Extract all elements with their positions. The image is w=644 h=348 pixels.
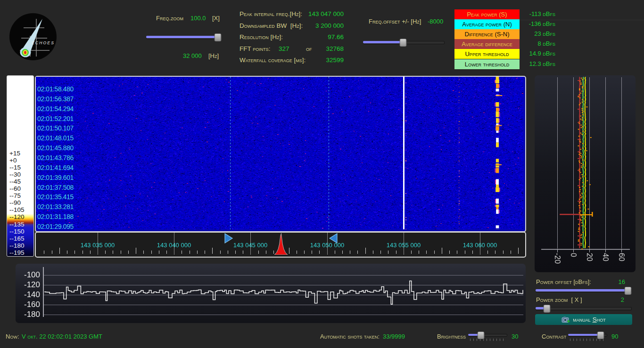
colorbar-label: --135	[9, 221, 25, 228]
legend-item[interactable]: Average difference	[454, 39, 520, 49]
pan-right-button[interactable]	[224, 233, 233, 243]
spectrum-y-label: -100	[19, 270, 40, 280]
stats-value: 327	[279, 45, 289, 52]
stats-row: FFT points:327of32768	[239, 45, 344, 55]
freq-offset-label: Freq.offset +/- [Hz]	[369, 18, 421, 25]
freq-offset-slider-handle[interactable]	[399, 39, 406, 47]
legend-item[interactable]: Upper threshold	[454, 49, 520, 59]
waterfall-timestamp: 02:01:29.095	[37, 223, 74, 229]
ruler-frequency-label: 143 060 000	[463, 242, 497, 249]
waterfall-timestamp: 02:01:48.015	[37, 134, 74, 142]
power-zoom-slider-handle[interactable]	[544, 305, 551, 313]
contrast-slider-fill	[568, 334, 601, 336]
waterfall-timestamps: 02:01:58.48002:01:56.38702:01:54.29402:0…	[36, 77, 140, 229]
power-offset-slider-fill	[536, 289, 628, 291]
manual-shot-button[interactable]: manual Shot	[535, 314, 632, 325]
stats-row: Downsampled BW [Hz]:3 200 000	[239, 22, 344, 32]
freq-zoom-slider-handle[interactable]	[214, 33, 221, 41]
spectrum-y-label: -120	[19, 280, 40, 290]
waterfall-timestamp: 02:01:37.508	[37, 184, 74, 191]
colorbar-label: +15	[9, 150, 20, 157]
contrast-slider-ticks	[570, 339, 605, 341]
brightness-value: 30	[512, 333, 518, 340]
colorbar-label: --90	[9, 199, 21, 206]
stats-label: Resolution [Hz]:	[239, 33, 283, 40]
peak-frequency-marker[interactable]	[275, 233, 288, 255]
colorbar-label: --15	[9, 164, 21, 171]
logo-text: ECHOES	[32, 40, 55, 45]
freq-zoom-slider[interactable]	[146, 33, 221, 40]
spectrum-plot	[16, 264, 526, 323]
side-x-label: 40	[601, 253, 610, 261]
colorbar-label: +0	[9, 157, 17, 164]
side-x-label: -20	[553, 253, 561, 264]
power-offset-value: 16	[613, 278, 625, 285]
ruler-frequency-label: 143 035 000	[81, 242, 115, 249]
freq-offset-slider-fill	[363, 41, 403, 43]
legend-value: -136 dBfs	[518, 20, 555, 27]
waterfall-timestamp: 02:01:43.786	[37, 154, 74, 162]
power-offset-slider[interactable]	[536, 286, 632, 294]
waterfall-timestamp: 02:01:54.294	[37, 105, 74, 113]
ruler-frequency-label: 143 050 000	[310, 242, 344, 249]
waterfall-timestamp: 02:01:35.415	[37, 193, 74, 201]
side-axis-labels: -200204060	[535, 75, 636, 272]
spectrum-y-label: -180	[19, 310, 40, 319]
power-offset-slider-handle[interactable]	[624, 287, 631, 295]
stats-value: 97.66	[328, 33, 344, 40]
power-zoom-slider[interactable]	[536, 304, 632, 312]
side-x-label: 60	[617, 253, 626, 261]
contrast-slider[interactable]	[568, 332, 607, 338]
waterfall-timestamp: 02:01:58.480	[37, 85, 74, 93]
side-x-label: 0	[569, 253, 578, 257]
waterfall-timestamp: 02:01:50.107	[37, 124, 74, 132]
stats-value: 32599	[326, 57, 344, 64]
colorbar-label: --180	[9, 242, 25, 249]
legend-value: 8 dBfs	[518, 40, 555, 47]
colorbar-label: --45	[9, 178, 21, 185]
freq-zoom-value: 100.0	[190, 15, 206, 22]
freq-span-value: 32 000	[183, 52, 202, 59]
stats-label: Waterfall coverage [ms]:	[239, 57, 305, 64]
waterfall-timestamp: 02:01:56.387	[37, 95, 74, 103]
colorbar-label: --105	[9, 206, 25, 213]
freq-zoom-label: Freq.zoom	[156, 15, 183, 22]
legend-item[interactable]: Lower threshold	[454, 59, 520, 69]
brightness-slider[interactable]	[468, 332, 507, 338]
contrast-slider-handle[interactable]	[597, 332, 604, 339]
legend-values: -113 dBfs-136 dBfs23 dBfs8 dBfs14.9 dBfs…	[518, 9, 555, 69]
freq-zoom-unit: [X]	[212, 15, 220, 22]
waterfall-timestamp: 02:01:52.201	[37, 115, 74, 122]
stats-row: Waterfall coverage [ms]:32599	[239, 57, 344, 66]
power-zoom-value: 2	[613, 296, 624, 303]
spectrum-axis-labels: -100-120-140-160-180	[16, 264, 63, 323]
shots-label: Automatic shots taken:	[320, 333, 380, 340]
freq-offset-value: -8000	[428, 18, 443, 25]
pan-left-button[interactable]	[329, 233, 338, 243]
power-offset-label: Power offset [dBfs]:	[536, 278, 591, 285]
colorbar-label: --195	[9, 249, 25, 256]
colorbar-label: --150	[9, 228, 25, 235]
shots-value: 33/9999	[383, 333, 405, 340]
legend-item[interactable]: Peak power (S)	[454, 9, 520, 19]
stats-label: Downsampled BW [Hz]:	[239, 22, 303, 29]
freq-offset-slider[interactable]	[363, 38, 445, 46]
power-zoom-label: Power zoom [ X ]	[536, 296, 582, 303]
echoes-logo: ECHOES	[9, 13, 57, 60]
stats-label: FFT points:	[239, 45, 271, 52]
legend-item[interactable]: Average power (N)	[454, 19, 520, 29]
ruler-frequency-label: 143 045 000	[233, 242, 267, 249]
spectrum-y-label: -140	[19, 290, 40, 299]
ruler-frequency-label: 143 055 000	[387, 242, 421, 249]
camera-icon	[561, 316, 570, 324]
stats-mid-label: of	[306, 45, 312, 52]
stats-label: Peak interval freq.[Hz]:	[239, 10, 302, 17]
waterfall-timestamp: 02:01:31.188	[37, 213, 74, 220]
legend-item[interactable]: Difference (S-N)	[454, 29, 520, 39]
stats-row: Peak interval freq.[Hz]:143 047 000	[239, 10, 344, 20]
legend-value: 14.9 dBfs	[518, 50, 555, 57]
colorbar: +15+0--15--30--45--60--75--90--105--120-…	[7, 75, 34, 257]
ruler-frequency-label: 143 040 000	[157, 242, 191, 249]
spectrum-y-label: -160	[19, 300, 40, 309]
brightness-slider-handle[interactable]	[478, 332, 485, 339]
